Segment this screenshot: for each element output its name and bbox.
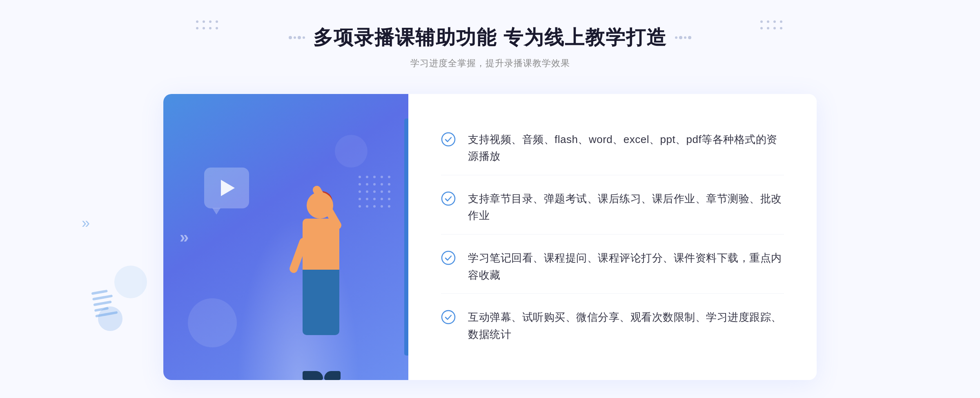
feature-item-4: 互动弹幕、试听购买、微信分享、观看次数限制、学习进度跟踪、数据统计 xyxy=(441,299,784,353)
circle-deco-1 xyxy=(98,306,122,331)
check-icon-2 xyxy=(441,191,456,206)
title-deco-right xyxy=(675,36,691,39)
play-bubble xyxy=(204,168,249,208)
svg-point-0 xyxy=(442,133,455,146)
feature-text-2: 支持章节目录、弹题考试、课后练习、课后作业、章节测验、批改作业 xyxy=(468,190,784,224)
figure-shoe-left xyxy=(303,371,323,380)
title-deco-left xyxy=(289,36,305,39)
page-container: 多项录播课辅助功能 专为线上教学打造 学习进度全掌握，提升录播课教学效果 » xyxy=(0,0,980,398)
play-icon xyxy=(221,180,235,196)
deco-circle-2 xyxy=(335,135,368,168)
illustration-panel: » xyxy=(163,94,408,380)
person-figure xyxy=(252,168,366,380)
feature-text-3: 学习笔记回看、课程提问、课程评论打分、课件资料下载，重点内容收藏 xyxy=(468,250,784,284)
figure-pants xyxy=(303,270,339,335)
corner-dots-right xyxy=(760,20,784,31)
chevron-illustration: » xyxy=(180,228,189,246)
corner-dots-left xyxy=(196,20,220,31)
figure-container xyxy=(252,168,366,380)
feature-item-3: 学习笔记回看、课程提问、课程评论打分、课件资料下载，重点内容收藏 xyxy=(441,240,784,294)
svg-point-1 xyxy=(442,192,455,205)
title-row: 多项录播课辅助功能 专为线上教学打造 xyxy=(289,25,691,51)
main-title: 多项录播课辅助功能 专为线上教学打造 xyxy=(313,25,666,51)
subtitle: 学习进度全掌握，提升录播课教学效果 xyxy=(289,57,691,69)
feature-text-1: 支持视频、音频、flash、word、excel、ppt、pdf等各种格式的资源… xyxy=(468,131,784,165)
figure-shoe-right xyxy=(324,371,341,380)
check-icon-1 xyxy=(441,132,456,147)
feature-text-4: 互动弹幕、试听购买、微信分享、观看次数限制、学习进度跟踪、数据统计 xyxy=(468,309,784,343)
feature-item-1: 支持视频、音频、flash、word、excel、ppt、pdf等各种格式的资源… xyxy=(441,121,784,175)
features-panel: 支持视频、音频、flash、word、excel、ppt、pdf等各种格式的资源… xyxy=(408,94,817,380)
check-icon-3 xyxy=(441,250,456,265)
figure-body xyxy=(303,219,339,272)
feature-item-2: 支持章节目录、弹题考试、课后练习、课后作业、章节测验、批改作业 xyxy=(441,181,784,235)
deco-circle-1 xyxy=(188,298,237,347)
check-icon-4 xyxy=(441,310,456,324)
chevron-left-deco: » xyxy=(82,215,90,232)
header-section: 多项录播课辅助功能 专为线上教学打造 学习进度全掌握，提升录播课教学效果 xyxy=(289,25,691,69)
svg-point-2 xyxy=(442,251,455,264)
svg-point-3 xyxy=(442,311,455,324)
accent-bar xyxy=(404,119,408,356)
circle-deco-2 xyxy=(114,266,147,298)
content-area: » xyxy=(163,94,817,380)
